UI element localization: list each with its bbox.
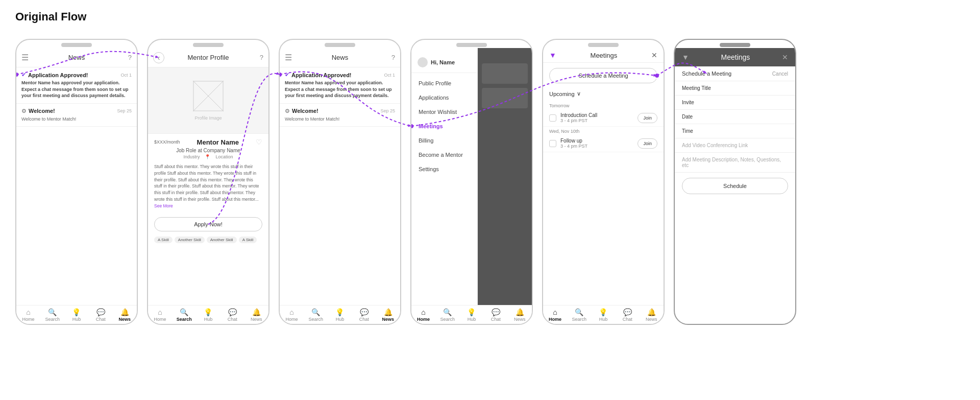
notif-title-row-welcome-1: ⚙ Welcome!	[21, 108, 55, 114]
home-icon-4: ⌂	[421, 309, 425, 316]
nav-label-hub-2: Hub	[204, 317, 213, 322]
notch-6	[720, 43, 750, 47]
nav-label-hub-3: Hub	[336, 317, 345, 322]
nav-news-3[interactable]: 🔔News	[377, 309, 399, 322]
sidebar-dark-overlay[interactable]	[478, 48, 532, 305]
notif-title-row-1: ✔ Application Approved!	[21, 72, 88, 78]
nav-label-search-4: Search	[440, 317, 455, 322]
schedule-field-label-title: Meeting Title	[682, 85, 788, 91]
phone-frame-1: ☰ News ? ✔ Application Approved! Oct 1	[15, 39, 138, 325]
nav-label-home-2: Home	[154, 317, 166, 322]
chat-icon-5: 💬	[623, 309, 632, 316]
schedule-field-time: Time	[675, 124, 795, 138]
favorite-icon[interactable]: ♡	[256, 138, 262, 146]
meeting-section-nov: Wed, Nov 10th	[543, 127, 664, 135]
phone-content-2: Profile Image $XXX/month Mentor Name ♡ J…	[148, 67, 268, 305]
sidebar-item-meetings[interactable]: Meetings	[411, 119, 477, 133]
nav-hub-2[interactable]: 💡Hub	[197, 309, 219, 322]
profile-name-row: $XXX/month Mentor Name ♡	[154, 138, 262, 146]
home-icon-3: ⌂	[289, 309, 293, 316]
nav-home-5[interactable]: ⌂Home	[544, 309, 567, 322]
phone-frame-2: ‹ Mentor Profile ? Profile Image	[147, 39, 270, 325]
help-icon-3[interactable]: ?	[391, 54, 395, 61]
notch-1	[61, 43, 92, 47]
schedule-subtitle-row: Schedule a Meeting Cancel	[675, 66, 795, 81]
schedule-field-label-description: Add Meeting Description, Notes, Question…	[682, 157, 788, 168]
nav-chat-3[interactable]: 💬Chat	[353, 309, 375, 322]
notif-header-welcome-1: ⚙ Welcome! Sep 25	[21, 108, 132, 114]
chevron-down-icon: ∨	[577, 90, 581, 97]
nav-search-5[interactable]: 🔍Search	[568, 309, 591, 322]
cancel-button-6[interactable]: Cancel	[772, 71, 788, 77]
sidebar-item-public-profile[interactable]: Public Profile	[411, 76, 477, 90]
nav-chat-1[interactable]: 💬Chat	[89, 309, 112, 322]
nav-hub-4[interactable]: 💡Hub	[460, 309, 483, 322]
home-icon-1: ⌂	[26, 309, 30, 316]
help-icon-2[interactable]: ?	[260, 54, 263, 61]
nav-chat-4[interactable]: 💬Chat	[484, 309, 507, 322]
meeting-info-1: Introduction Call 3 - 4 pm PST	[560, 112, 633, 123]
sidebar-item-become-mentor[interactable]: Become a Mentor	[411, 148, 477, 162]
back-icon-2[interactable]: ‹	[153, 52, 164, 63]
nav-home-2[interactable]: ⌂Home	[149, 309, 172, 322]
nav-hub-1[interactable]: 💡Hub	[65, 309, 88, 322]
nav-label-hub-5: Hub	[599, 317, 608, 322]
join-button-1[interactable]: Join	[638, 113, 657, 123]
nav-chat-5[interactable]: 💬Chat	[616, 309, 639, 322]
notif-header-welcome-3: ⚙ Welcome! Sep 25	[285, 108, 395, 114]
nav-news-4[interactable]: 🔔News	[508, 309, 531, 322]
nav-home-3[interactable]: ⌂Home	[281, 309, 303, 322]
nav-chat-2[interactable]: 💬Chat	[221, 309, 243, 322]
close-icon-6[interactable]: ✕	[782, 53, 788, 61]
sidebar-item-mentor-wishlist[interactable]: Mentor Wishlist	[411, 105, 477, 119]
filter-icon-6[interactable]: ▼	[682, 53, 689, 61]
sidebar-item-applications[interactable]: Applications	[411, 90, 477, 105]
schedule-field-date: Date	[675, 110, 795, 124]
meeting-checkbox-1[interactable]	[549, 114, 556, 122]
meeting-time-1: 3 - 4 pm PST	[560, 118, 633, 123]
sidebar-item-billing[interactable]: Billing	[411, 133, 477, 148]
nav-news-1[interactable]: 🔔News	[113, 309, 136, 322]
notif-body-welcome-3: Welcome to Mentor Match!	[285, 116, 395, 123]
nav-search-2[interactable]: 🔍Search	[173, 309, 195, 322]
upcoming-toggle[interactable]: Upcoming ∨	[543, 88, 664, 99]
filter-icon-5[interactable]: ▼	[549, 51, 556, 59]
bottom-nav-4: ⌂Home 🔍Search 💡Hub 💬Chat 🔔News	[411, 305, 532, 324]
nav-label-hub-4: Hub	[468, 317, 476, 322]
join-button-2[interactable]: Join	[638, 138, 657, 149]
search-icon-5: 🔍	[575, 309, 583, 316]
nav-search-3[interactable]: 🔍Search	[305, 309, 327, 322]
apply-now-button[interactable]: Apply Now!	[154, 217, 262, 231]
phone-frame-4: Hi, Name Public Profile Applications Men…	[410, 39, 533, 325]
close-icon-5[interactable]: ✕	[651, 51, 657, 59]
nav-search-4[interactable]: 🔍Search	[436, 309, 459, 322]
profile-info: $XXX/month Mentor Name ♡ Job Role at Com…	[148, 134, 268, 217]
nav-hub-5[interactable]: 💡Hub	[592, 309, 615, 322]
news-icon-4: 🔔	[516, 309, 524, 316]
notif-title-1: Application Approved!	[28, 72, 88, 78]
topic-card-1	[482, 63, 528, 84]
notch-4	[456, 43, 487, 47]
nav-news-2[interactable]: 🔔News	[245, 309, 267, 322]
nav-home-1[interactable]: ⌂Home	[17, 309, 40, 322]
location-icon: 📍	[205, 154, 210, 159]
hub-icon-1: 💡	[72, 309, 81, 316]
purple-dot-4	[411, 123, 414, 129]
nav-hub-3[interactable]: 💡Hub	[329, 309, 351, 322]
nav-search-1[interactable]: 🔍Search	[41, 309, 64, 322]
meeting-checkbox-2[interactable]	[549, 140, 556, 147]
schedule-submit-button[interactable]: Schedule	[682, 178, 788, 194]
nav-news-5[interactable]: 🔔News	[640, 309, 663, 322]
mentor-name: Mentor Name	[197, 138, 239, 146]
help-icon-1[interactable]: ?	[128, 54, 132, 61]
menu-icon-1[interactable]: ☰	[21, 53, 29, 62]
schedule-meeting-button[interactable]: Schedule a Meeting	[549, 68, 657, 83]
nav-label-home-3: Home	[286, 317, 298, 322]
bottom-nav-3: ⌂Home 🔍Search 💡Hub 💬Chat 🔔News	[280, 305, 400, 324]
nav-home-4[interactable]: ⌂Home	[412, 309, 435, 322]
sidebar-item-settings[interactable]: Settings	[411, 162, 477, 176]
mentor-role: Job Role at Company Name	[154, 148, 262, 153]
menu-icon-3[interactable]: ☰	[285, 53, 292, 62]
search-icon-1: 🔍	[48, 309, 57, 316]
see-more-link[interactable]: See More	[154, 203, 173, 208]
